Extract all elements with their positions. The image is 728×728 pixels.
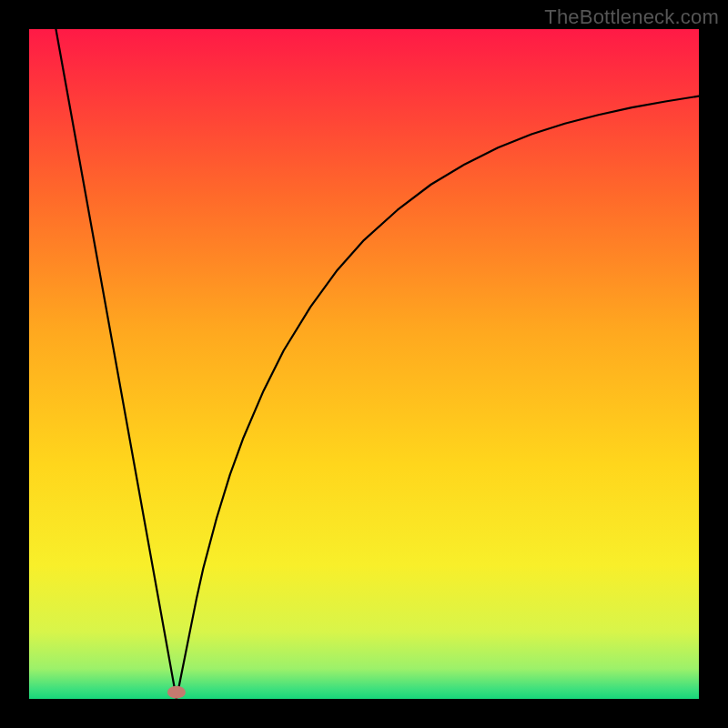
chart-svg	[29, 29, 699, 699]
vertex-marker	[167, 686, 186, 699]
watermark-text: TheBottleneck.com	[544, 5, 719, 29]
chart-background	[29, 29, 699, 699]
chart-plot-area	[29, 29, 699, 699]
chart-frame: TheBottleneck.com	[0, 0, 728, 728]
